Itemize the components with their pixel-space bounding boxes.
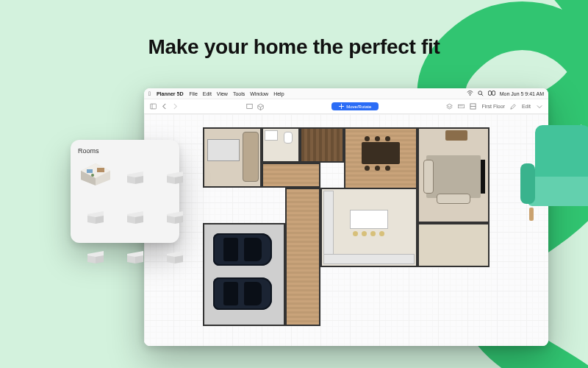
furniture-chair[interactable]	[385, 166, 390, 171]
furniture-chair[interactable]	[385, 136, 390, 141]
edit-pencil-icon[interactable]	[510, 103, 517, 110]
svg-point-6	[470, 95, 470, 96]
furniture-chair[interactable]	[365, 136, 370, 141]
furniture-rug[interactable]	[426, 155, 481, 198]
room-template-1[interactable]	[118, 160, 153, 196]
room-hallway[interactable]	[262, 163, 320, 188]
menu-edit[interactable]: Edit	[203, 91, 212, 96]
svg-rect-14	[459, 105, 465, 108]
rooms-grid	[78, 160, 172, 265]
control-center-icon[interactable]	[488, 91, 495, 96]
rooms-panel[interactable]: Rooms	[71, 140, 179, 243]
furniture-sofa-1[interactable]	[423, 160, 434, 194]
furniture-chair[interactable]	[365, 166, 370, 171]
svg-point-7	[478, 91, 481, 94]
edit-label[interactable]: Edit	[522, 104, 531, 109]
floor-icon[interactable]	[470, 103, 476, 110]
furniture-stool[interactable]	[379, 231, 384, 236]
app-name[interactable]: Planner 5D	[157, 91, 184, 96]
canvas[interactable]	[144, 114, 548, 346]
back-icon[interactable]	[161, 103, 168, 110]
room-template-8[interactable]	[157, 240, 193, 275]
chevron-down-icon[interactable]	[536, 103, 542, 110]
forward-icon[interactable]	[172, 103, 179, 110]
car-2[interactable]	[213, 277, 272, 310]
room-template-7[interactable]	[118, 240, 153, 275]
menu-window[interactable]: Window	[250, 91, 268, 96]
room-template-5[interactable]	[157, 200, 193, 236]
svg-rect-10	[492, 91, 495, 96]
headline: Make your home the perfect fit	[0, 35, 588, 59]
svg-line-8	[481, 93, 483, 95]
furniture-wardrobe[interactable]	[243, 132, 259, 182]
room-template-hero[interactable]	[78, 160, 113, 185]
furniture-dining-table[interactable]	[362, 142, 400, 164]
room-template-6[interactable]	[78, 240, 113, 275]
furniture-chair[interactable]	[375, 136, 380, 141]
furniture-stool[interactable]	[353, 231, 358, 236]
furniture-island[interactable]	[350, 210, 388, 229]
room-template-2[interactable]	[157, 160, 193, 196]
svg-rect-13	[247, 105, 253, 109]
room-entry[interactable]	[285, 188, 320, 326]
mode-pill-label: Move/Rotate	[346, 105, 371, 109]
floorplan[interactable]	[203, 127, 490, 326]
furniture-stool[interactable]	[362, 231, 367, 236]
floor-label[interactable]: First Floor	[481, 104, 505, 109]
spotlight-icon[interactable]	[478, 91, 484, 97]
menu-help[interactable]: Help	[273, 91, 284, 96]
car-1[interactable]	[213, 233, 272, 266]
furniture-sink[interactable]	[265, 130, 278, 141]
room-template-3[interactable]	[78, 200, 113, 236]
rooms-panel-title: Rooms	[78, 147, 172, 155]
menu-tools[interactable]: Tools	[233, 91, 245, 96]
menu-view[interactable]: View	[217, 91, 228, 96]
furniture-bed[interactable]	[207, 139, 240, 161]
armchair-decoration	[514, 125, 588, 221]
furniture-kitchen-counter[interactable]	[323, 191, 334, 264]
furniture-tv[interactable]	[481, 160, 485, 194]
toolbar: Move/Rotate First Floor Edit	[144, 99, 548, 114]
sidebar-toggle-icon[interactable]	[150, 103, 157, 110]
room-template-4[interactable]	[118, 200, 153, 236]
layers-icon[interactable]	[446, 103, 453, 110]
ruler-icon[interactable]	[458, 103, 465, 110]
menubar:  Planner 5D File Edit View Tools Window…	[144, 88, 548, 99]
menubar-clock[interactable]: Mon Jun 5 9:41 AM	[500, 91, 544, 96]
apple-menu-icon[interactable]: 	[148, 91, 151, 97]
mode-pill[interactable]: Move/Rotate	[331, 102, 379, 110]
app-window:  Planner 5D File Edit View Tools Window…	[144, 88, 548, 346]
wifi-icon[interactable]	[467, 91, 473, 96]
furniture-stool[interactable]	[370, 231, 376, 236]
furniture-sofa-2[interactable]	[437, 194, 470, 204]
furniture-toilet[interactable]	[284, 132, 293, 144]
stairs[interactable]	[300, 127, 344, 163]
room-deck[interactable]	[417, 223, 490, 267]
furniture-chair[interactable]	[375, 166, 380, 171]
svg-rect-9	[488, 91, 491, 96]
2d-view-icon[interactable]	[246, 103, 253, 110]
svg-rect-11	[150, 104, 156, 109]
furniture-fireplace[interactable]	[445, 130, 467, 141]
svg-rect-3	[87, 169, 93, 173]
svg-rect-4	[97, 168, 104, 172]
menu-file[interactable]: File	[190, 91, 198, 96]
3d-view-icon[interactable]	[257, 103, 264, 110]
furniture-kitchen-counter-2[interactable]	[323, 254, 415, 264]
svg-point-5	[91, 174, 94, 177]
